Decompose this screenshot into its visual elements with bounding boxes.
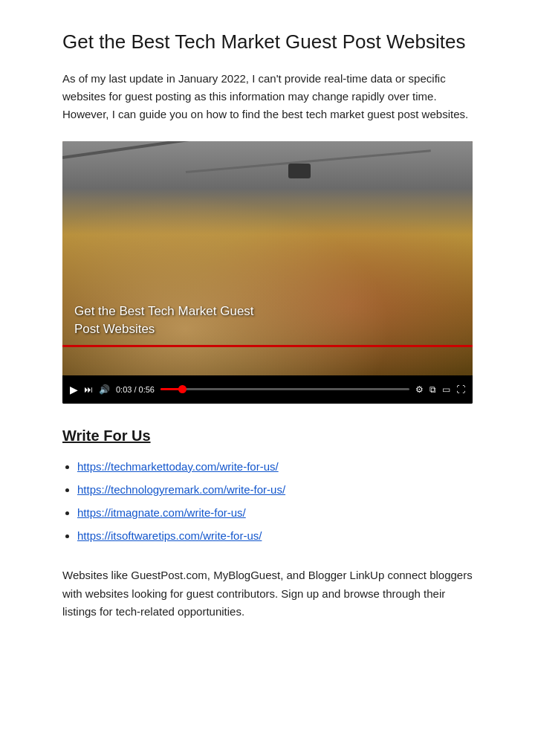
time-display: 0:03 / 0:56 — [116, 385, 155, 394]
link-itsoftwaretips[interactable]: https://itsoftwaretips.com/write-for-us/ — [77, 529, 262, 542]
page-title: Get the Best Tech Market Guest Post Webs… — [62, 30, 473, 55]
video-player[interactable]: Get the Best Tech Market Guest Post Webs… — [62, 141, 473, 404]
video-thumbnail[interactable]: Get the Best Tech Market Guest Post Webs… — [62, 141, 473, 375]
progress-dot — [178, 385, 187, 393]
video-overlay-text: Get the Best Tech Market Guest Post Webs… — [74, 303, 282, 338]
progress-bar[interactable] — [160, 388, 409, 390]
settings-button[interactable]: ⚙ — [415, 384, 424, 395]
write-for-us-links-list: https://techmarkettoday.com/write-for-us… — [62, 456, 473, 546]
play-button[interactable]: ▶ — [70, 384, 78, 395]
list-item: https://itmagnate.com/write-for-us/ — [77, 503, 473, 523]
skip-button[interactable]: ⏭ — [84, 384, 93, 395]
miniplayer-button[interactable]: ⧉ — [429, 384, 436, 395]
fullscreen-button[interactable]: ⛶ — [456, 384, 465, 395]
list-item: https://techmarkettoday.com/write-for-us… — [77, 456, 473, 476]
list-item: https://itsoftwaretips.com/write-for-us/ — [77, 526, 473, 546]
video-controls-bar: ▶ ⏭ 🔊 0:03 / 0:56 ⚙ ⧉ ▭ ⛶ — [62, 375, 473, 404]
volume-button[interactable]: 🔊 — [99, 384, 110, 395]
link-itmagnate[interactable]: https://itmagnate.com/write-for-us/ — [77, 506, 246, 519]
camera-prop — [288, 164, 311, 178]
outro-paragraph: Websites like GuestPost.com, MyBlogGuest… — [62, 566, 473, 621]
link-technologyremark[interactable]: https://technologyremark.com/write-for-u… — [77, 483, 285, 496]
progress-bar-filled — [160, 388, 183, 390]
link-techmarkettoday[interactable]: https://techmarkettoday.com/write-for-us… — [77, 460, 279, 473]
intro-paragraph: As of my last update in January 2022, I … — [62, 70, 473, 123]
write-for-us-heading: Write For Us — [62, 427, 473, 445]
video-red-progress-bar — [62, 345, 473, 347]
list-item: https://technologyremark.com/write-for-u… — [77, 479, 473, 500]
video-background — [62, 141, 473, 375]
theater-button[interactable]: ▭ — [442, 384, 450, 395]
